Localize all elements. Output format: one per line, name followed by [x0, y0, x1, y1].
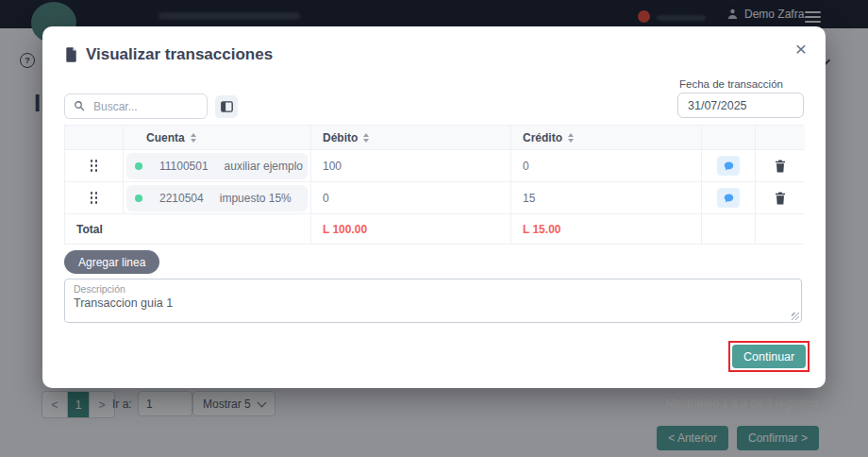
modal-title: Visualizar transacciones	[86, 45, 273, 64]
column-settings-button[interactable]	[215, 95, 238, 118]
search-box	[64, 93, 208, 119]
columns-icon	[221, 101, 233, 112]
comment-icon	[724, 194, 734, 203]
col-account[interactable]: Cuenta	[124, 126, 311, 150]
credit-cell[interactable]: 15	[511, 182, 702, 214]
screen: Demo Zafra ? Im es < 1 > Ir a: Mostrar 5…	[0, 0, 868, 457]
total-empty-cell	[756, 214, 805, 244]
total-debit: L 100.00	[311, 214, 511, 244]
transaction-date-label: Fecha de transacción	[679, 78, 804, 90]
comment-button[interactable]	[717, 188, 740, 208]
account-status-dot	[135, 162, 142, 170]
close-icon[interactable]: ×	[790, 38, 812, 60]
trash-icon[interactable]	[775, 160, 786, 173]
debit-cell[interactable]: 0	[311, 182, 511, 214]
total-label: Total	[65, 214, 311, 244]
col-credit[interactable]: Crédito	[511, 126, 702, 150]
comment-icon	[724, 161, 734, 171]
col-debit-label: Débito	[323, 131, 358, 144]
transactions-table: Cuenta Débito Crédito 11100501	[64, 125, 804, 245]
credit-cell[interactable]: 0	[511, 150, 702, 182]
sort-icon	[363, 133, 369, 143]
col-account-label: Cuenta	[146, 131, 185, 144]
sort-icon	[568, 133, 574, 143]
account-select[interactable]: 2210504 impuesto 15%	[126, 185, 308, 212]
comment-cell	[702, 182, 756, 214]
account-code: 11100501	[159, 160, 209, 173]
account-select[interactable]: 11100501 auxiliar ejemplo	[126, 153, 308, 179]
description-field: Descripción Transaccion guia 1	[64, 279, 802, 323]
col-delete	[756, 126, 805, 150]
drag-icon	[91, 160, 98, 172]
comment-cell	[702, 150, 756, 182]
row-drag-handle[interactable]	[65, 182, 124, 214]
delete-cell	[756, 182, 805, 214]
transaction-date-input[interactable]	[677, 93, 804, 118]
col-debit[interactable]: Débito	[311, 126, 511, 150]
total-credit: L 15.00	[511, 214, 702, 244]
account-status-dot	[135, 195, 142, 202]
modal-header: Visualizar transacciones	[65, 45, 273, 64]
search-input[interactable]	[64, 93, 208, 119]
account-code: 2210504	[159, 192, 204, 205]
sort-icon	[191, 133, 196, 143]
account-name: auxiliar ejemplo	[225, 160, 303, 173]
description-input[interactable]: Transaccion guia 1	[65, 295, 801, 321]
account-cell[interactable]: 11100501 auxiliar ejemplo	[124, 150, 311, 182]
continue-button[interactable]: Continuar	[732, 345, 806, 368]
description-label: Descripción	[74, 283, 125, 295]
view-transactions-modal: Visualizar transacciones × Fecha de tran…	[42, 26, 826, 388]
debit-cell[interactable]: 100	[311, 150, 511, 182]
col-drag	[65, 126, 124, 150]
comment-button[interactable]	[717, 156, 740, 176]
document-icon	[65, 47, 77, 62]
resize-handle-icon[interactable]	[792, 313, 799, 320]
trash-icon[interactable]	[775, 192, 786, 205]
drag-icon	[91, 192, 98, 204]
delete-cell	[756, 150, 805, 182]
add-line-button[interactable]: Agregar linea	[64, 250, 159, 274]
account-name: impuesto 15%	[220, 192, 292, 205]
continue-highlight: Continuar	[728, 341, 810, 372]
col-credit-label: Crédito	[523, 131, 562, 144]
account-cell[interactable]: 2210504 impuesto 15%	[124, 182, 311, 214]
search-icon	[74, 100, 85, 111]
col-comment	[702, 126, 756, 150]
total-empty-cell	[702, 214, 756, 244]
row-drag-handle[interactable]	[65, 150, 124, 182]
